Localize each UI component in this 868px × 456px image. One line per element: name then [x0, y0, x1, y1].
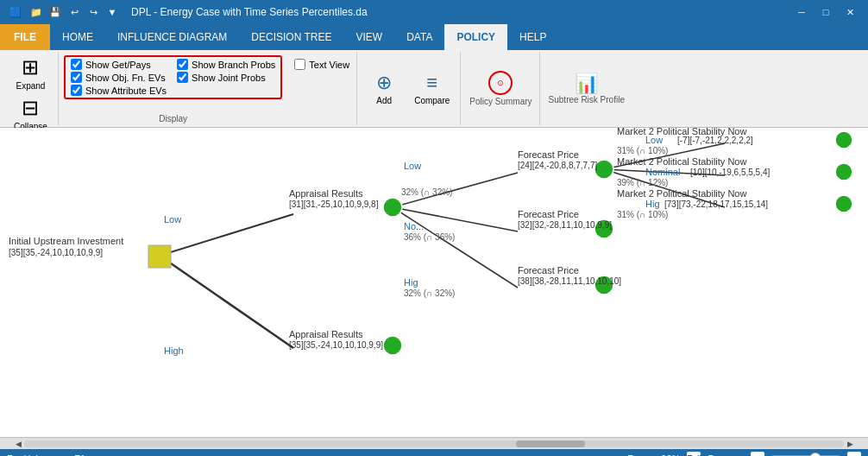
status-right: Zoom: 90% Full Prev — − +: [627, 452, 861, 456]
minimize-button[interactable]: ─: [790, 3, 813, 21]
policy-summary-group: ⊙ Policy Summary: [462, 52, 539, 125]
svg-text:Hig: Hig: [645, 199, 660, 209]
textview-checkbox[interactable]: [294, 59, 305, 70]
objfn-checkbox[interactable]: [71, 72, 82, 83]
branchprobs-label: Show Branch Probs: [192, 60, 275, 70]
svg-text:Low: Low: [164, 214, 181, 225]
svg-text:36% (∩ 36%): 36% (∩ 36%): [404, 232, 455, 242]
svg-text:Low: Low: [645, 135, 663, 145]
add-compare-group: ⊕ Add ≡ Compare: [359, 52, 461, 125]
svg-line-1: [160, 256, 293, 348]
expand-collapse-group: ⊞ Expand ⊟ Collapse: [3, 52, 59, 125]
svg-text:[38][38,-28,11,11,10,10,10]: [38][38,-28,11,11,10,10,10]: [518, 276, 621, 286]
svg-point-13: [383, 198, 402, 217]
dropdown-icon[interactable]: ▼: [104, 3, 121, 21]
svg-text:Appraisal Results: Appraisal Results: [289, 329, 363, 339]
subtree-group: 📊 Subtree Risk Profile: [542, 52, 632, 125]
redo-icon[interactable]: ↪: [85, 3, 102, 21]
zoom-slider-thumb[interactable]: [809, 453, 821, 456]
svg-point-18: [594, 160, 613, 179]
svg-text:Hig: Hig: [404, 277, 418, 288]
tab-home[interactable]: HOME: [50, 24, 105, 50]
svg-text:[-7][-7,-21,2,2,2,2,2]: [-7][-7,-21,2,2,2,2,2]: [677, 136, 753, 145]
svg-text:32% (∩ 32%): 32% (∩ 32%): [404, 288, 455, 298]
scrollbar-track[interactable]: [24, 440, 844, 447]
svg-text:[35][35,-24,10,10,10,9,9]: [35][35,-24,10,10,10,9,9]: [9, 248, 103, 257]
scroll-right-arrow[interactable]: ▶: [844, 438, 856, 450]
jointprobs-checkbox[interactable]: [177, 72, 188, 83]
tab-decision[interactable]: DECISION TREE: [239, 24, 343, 50]
svg-text:[31][31,-25,10,10,9,9,8]: [31][31,-25,10,10,9,9,8]: [289, 200, 379, 209]
app-title: DPL - Energy Case with Time Series Perce…: [131, 6, 368, 18]
display-col-right: Show Branch Probs Show Joint Probs: [177, 59, 275, 96]
title-bar-left: 🟦 📁 💾 ↩ ↪ ▼ DPL - Energy Case with Time …: [7, 3, 368, 21]
scroll-left-arrow[interactable]: ◀: [12, 438, 24, 450]
undo-icon[interactable]: ↩: [66, 3, 83, 21]
svg-text:32% (∩ 32%): 32% (∩ 32%): [401, 187, 452, 197]
tab-file[interactable]: FILE: [0, 24, 50, 50]
status-bar: For Help, press F1 Zoom: 90% Full Prev —…: [0, 449, 868, 456]
objfn-label: Show Obj. Fn. EVs: [85, 73, 166, 83]
display-group: Show Get/Pays Show Obj. Fn. EVs Show Att…: [62, 54, 284, 124]
branchprobs-checkbox[interactable]: [177, 59, 188, 70]
ribbon-tabs: FILE HOME INFLUENCE DIAGRAM DECISION TRE…: [0, 24, 868, 50]
compare-button[interactable]: ≡ Compare: [407, 54, 456, 124]
svg-text:Forecast Price: Forecast Price: [518, 149, 579, 160]
svg-text:High: High: [164, 345, 184, 356]
collapse-icon: ⊟: [22, 96, 39, 120]
ribbon: ⊞ Expand ⊟ Collapse Show Get/Pays: [0, 50, 868, 128]
getpays-label: Show Get/Pays: [85, 60, 151, 70]
svg-text:[32][32,-28,11,10,10,9,9]: [32][32,-28,11,10,10,9,9]: [518, 220, 612, 230]
textview-label: Text View: [309, 60, 349, 70]
zoom-in-button[interactable]: +: [847, 452, 861, 456]
svg-rect-8: [148, 245, 171, 268]
compare-label: Compare: [414, 96, 450, 105]
svg-text:[10][10,-19,6,5,5,5,4]: [10][10,-19,6,5,5,5,4]: [690, 168, 771, 177]
open-icon[interactable]: 📁: [28, 3, 45, 21]
svg-point-44: [835, 195, 852, 212]
close-button[interactable]: ✕: [839, 3, 861, 21]
subtree-button[interactable]: 📊 Subtree Risk Profile: [549, 73, 625, 104]
tab-help[interactable]: HELP: [507, 24, 558, 50]
svg-text:Market 2 Political Stability N: Market 2 Political Stability Now: [617, 156, 746, 167]
svg-text:No...: No...: [404, 221, 424, 231]
scrollbar-thumb[interactable]: [516, 440, 585, 447]
svg-text:31% (∩ 10%): 31% (∩ 10%): [617, 210, 668, 219]
tab-data[interactable]: DATA: [394, 24, 444, 50]
svg-text:39% (∩ 12%): 39% (∩ 12%): [617, 178, 668, 187]
restore-button[interactable]: □: [815, 3, 837, 21]
svg-text:[24][24,-20,8,8,7,7,7]: [24][24,-20,8,8,7,7,7]: [518, 161, 598, 170]
getpays-checkbox[interactable]: [71, 59, 82, 70]
svg-text:[35][35,-24,10,10,10,9,9]: [35][35,-24,10,10,10,9,9]: [289, 340, 383, 350]
tab-view[interactable]: VIEW: [344, 24, 395, 50]
main-canvas[interactable]: Initial Upstream Investment [35][35,-24,…: [0, 128, 868, 437]
branchprobs-row: Show Branch Probs: [177, 59, 275, 70]
svg-text:31% (∩ 10%): 31% (∩ 10%): [617, 146, 668, 155]
svg-text:Low: Low: [404, 161, 421, 171]
attr-row: Show Attribute EVs: [71, 85, 167, 96]
add-compare-row: ⊕ Add ≡ Compare: [362, 54, 456, 124]
add-icon: ⊕: [376, 72, 392, 94]
policy-summary-icon[interactable]: ⊙: [488, 71, 513, 95]
tab-influence[interactable]: INFLUENCE DIAGRAM: [105, 24, 239, 50]
save-icon[interactable]: 💾: [47, 3, 64, 21]
attr-checkbox[interactable]: [71, 85, 82, 96]
svg-text:Forecast Price: Forecast Price: [518, 265, 579, 276]
zoom-out-button[interactable]: −: [751, 452, 764, 456]
horizontal-scrollbar[interactable]: ◀ ▶: [0, 437, 868, 449]
add-label: Add: [376, 96, 392, 105]
display-checkboxes: Show Get/Pays Show Obj. Fn. EVs Show Att…: [64, 55, 282, 99]
zoom-full-button[interactable]: Full: [687, 452, 701, 456]
svg-point-34: [835, 131, 852, 149]
expand-button[interactable]: ⊞ Expand: [11, 54, 51, 92]
policy-summary-content: ⊙ Policy Summary: [469, 71, 531, 106]
decision-tree-svg: Initial Upstream Investment [35][35,-24,…: [0, 128, 868, 437]
attr-label: Show Attribute EVs: [85, 86, 167, 96]
policy-summary-label: Policy Summary: [469, 97, 531, 106]
add-button[interactable]: ⊕ Add: [362, 54, 406, 124]
svg-text:Forecast Price: Forecast Price: [518, 209, 579, 219]
textview-group: Text View: [287, 52, 357, 125]
getpays-row: Show Get/Pays: [71, 59, 167, 70]
tab-policy[interactable]: POLICY: [444, 24, 507, 50]
svg-text:Market 2 Political Stability N: Market 2 Political Stability Now: [617, 188, 746, 199]
